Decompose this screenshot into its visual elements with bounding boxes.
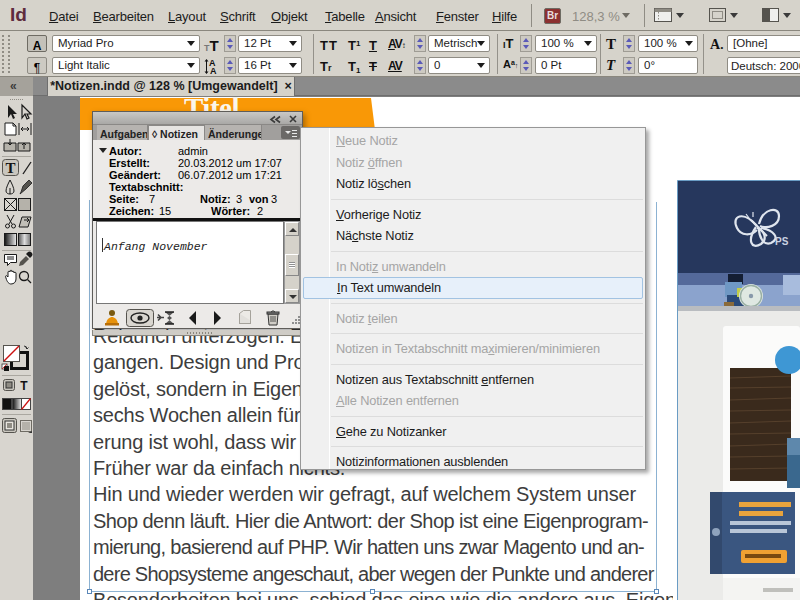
svg-text:PS: PS [775, 236, 789, 247]
svg-text:T: T [5, 160, 15, 176]
svg-text:A: A [210, 66, 217, 75]
svg-text:T: T [20, 379, 28, 393]
